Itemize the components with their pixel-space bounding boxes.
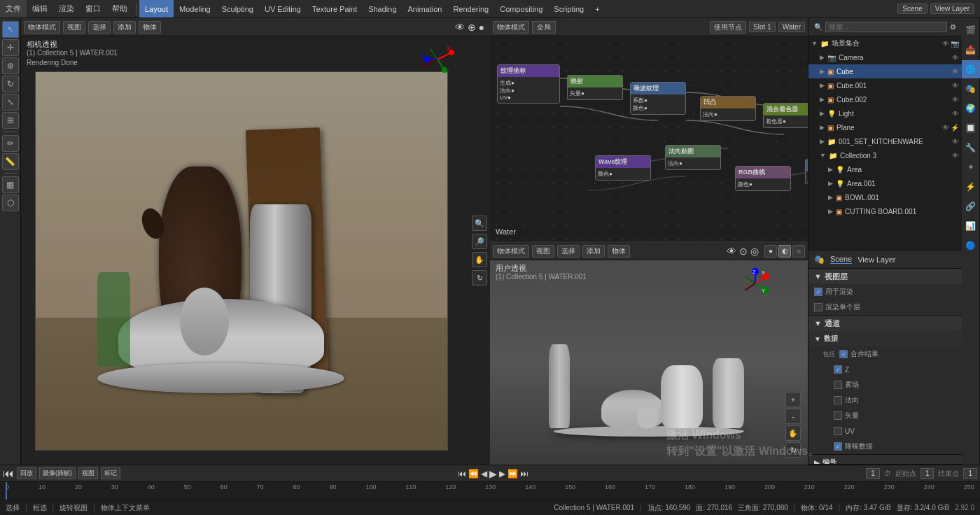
normal-check[interactable]	[834, 396, 842, 404]
next-keyframe-btn[interactable]: ⏩	[507, 469, 518, 479]
vector-check[interactable]	[834, 411, 842, 420]
node-3[interactable]: 噪波纹理 系数●颜色●	[630, 82, 686, 115]
workspace-compositing[interactable]: Compositing	[494, 0, 548, 17]
camera-select-btn[interactable]: 选择	[88, 21, 111, 34]
tab-world[interactable]: 🌍	[962, 99, 980, 118]
node-slot-btn[interactable]: Slot 1	[749, 22, 776, 32]
timeline-marker-btn[interactable]: 标记	[101, 467, 120, 479]
gizmo-3d[interactable]: X Y Z	[420, 42, 455, 77]
outliner-cube002[interactable]: ▶ ▣ Cube.002 👁	[808, 92, 962, 106]
passes-header[interactable]: ▼ 通道	[808, 316, 962, 331]
play-btn[interactable]: ▶	[489, 468, 497, 479]
outliner-scene-root[interactable]: ▼ 📁 场景集合 👁 📷	[808, 36, 962, 50]
tab-constraints[interactable]: 🔗	[962, 197, 980, 216]
node-editor[interactable]: 物体模式 全局 使用节点 Slot 1 Water	[490, 18, 808, 242]
node-5[interactable]: 混合着色器 着色器●	[763, 103, 808, 128]
workspace-shading[interactable]: Shading	[363, 0, 402, 17]
object-data-header[interactable]: ▶ 编号	[808, 455, 962, 464]
tab-material[interactable]: 🔵	[962, 237, 980, 255]
workspace-scripting[interactable]: Scripting	[548, 0, 589, 17]
node-material-btn[interactable]: Water	[778, 22, 805, 32]
outliner-camera[interactable]: ▶ 📷 Camera 👁	[808, 50, 962, 64]
tool-cursor[interactable]: ✛	[2, 39, 19, 56]
view-layer-tab[interactable]: View Layer	[858, 255, 895, 264]
camera-view-btn[interactable]: 视图	[63, 21, 85, 34]
menu-window[interactable]: 窗口	[80, 0, 106, 17]
tool-extra1[interactable]: ▦	[2, 176, 19, 193]
tool-measure[interactable]: 📏	[2, 153, 19, 170]
timeline-ruler[interactable]: 0 10 20 30 40 50 60 70 80 90 100 110 120…	[0, 482, 980, 500]
outliner-bowl001[interactable]: ▶ ▣ BOWL.001	[808, 190, 962, 204]
outliner-search[interactable]	[825, 22, 947, 32]
node-global-btn[interactable]: 全局	[532, 21, 556, 34]
tool-move[interactable]: ⊕	[2, 57, 19, 74]
workspace-add[interactable]: +	[589, 0, 605, 17]
use-for-render-check[interactable]: ✓	[814, 288, 822, 296]
playback-btn[interactable]: 回放	[17, 467, 36, 479]
camera-viewport[interactable]: 相机透视 (1) Collection 5 | WATER.001 Render…	[21, 36, 490, 465]
camera-object-btn[interactable]: 物体	[139, 21, 161, 34]
viewport-view-btn[interactable]: 视图	[532, 245, 554, 258]
timeline-view-btn[interactable]: 视图	[78, 467, 98, 479]
shading-material-btn[interactable]: ◐	[778, 245, 791, 258]
tab-particles[interactable]: ✦	[962, 158, 980, 176]
timeline-menu-btn[interactable]: ⏮	[3, 467, 14, 480]
step-back-btn[interactable]: ◀	[481, 469, 487, 479]
current-frame-value[interactable]: 1	[866, 468, 880, 479]
workspace-sculpting[interactable]: Sculpting	[216, 0, 259, 17]
menu-render[interactable]: 渲染	[53, 0, 80, 17]
data-section-header[interactable]: ▼ 数据	[808, 331, 962, 346]
node-canvas[interactable]: 纹理坐标 生成●法向●UV● 映射 矢量● 噪波纹理 系数●颜色● 凹凸	[490, 36, 808, 241]
timeline-cursor[interactable]	[6, 482, 7, 500]
tab-scene[interactable]: 🎭	[962, 80, 980, 98]
viewport-zoom-out[interactable]: 🔎	[472, 234, 487, 249]
viewport-content[interactable]: 用户透视 (1) Collection 5 | WATER.001	[490, 260, 808, 465]
viewport-gizmo-btn[interactable]: ⊕	[468, 22, 476, 33]
tab-object[interactable]: 🔲	[962, 119, 980, 137]
mist-check[interactable]	[834, 381, 842, 389]
viewport-select-btn[interactable]: 选择	[557, 245, 580, 258]
tool-select[interactable]: ↖	[2, 21, 19, 38]
outliner-area[interactable]: ▶ 💡 Area	[808, 162, 962, 176]
tool-annotate[interactable]: ✏	[2, 135, 19, 152]
shading-rendered-btn[interactable]: ○	[792, 245, 805, 258]
workspace-uv-editing[interactable]: UV Editing	[259, 0, 307, 17]
node-4[interactable]: 凹凸 法向●	[700, 96, 756, 121]
workspace-animation[interactable]: Animation	[402, 0, 448, 17]
denoising-check[interactable]: ✓	[834, 442, 842, 451]
outliner-cube001[interactable]: ▶ ▣ Cube.001 👁	[808, 78, 962, 92]
workspace-modeling[interactable]: Modeling	[174, 0, 216, 17]
viewport-add-btn[interactable]: 添加	[582, 245, 605, 258]
tool-extra2[interactable]: ⬡	[2, 195, 19, 211]
workspace-texture-paint[interactable]: Texture Paint	[307, 0, 363, 17]
uv-check[interactable]	[834, 427, 842, 435]
prev-keyframe-btn[interactable]: ⏪	[468, 469, 479, 479]
tab-view-layer[interactable]: 🌐	[962, 60, 980, 78]
node-10[interactable]: Wave纹理 颜色●	[595, 155, 651, 181]
tab-output[interactable]: 📤	[962, 41, 980, 59]
scene-tab[interactable]: Scene	[830, 255, 852, 264]
outliner-render-icon[interactable]: 📷	[951, 40, 959, 48]
outliner-cube[interactable]: ▶ ▣ Cube 👁	[808, 64, 962, 78]
view-layer-header[interactable]: ▼ 视图层	[808, 269, 962, 284]
viewport-orbit[interactable]: ↻	[472, 270, 487, 285]
combined-check[interactable]: ✓	[839, 350, 848, 358]
node-mode-btn[interactable]: 物体模式	[493, 21, 529, 34]
tab-physics[interactable]: ⚡	[962, 178, 980, 196]
nav-pan[interactable]: ✋	[785, 425, 801, 441]
jump-end-btn[interactable]: ⏭	[520, 469, 528, 479]
workspace-rendering[interactable]: Rendering	[447, 0, 494, 17]
viewport-pan[interactable]: ✋	[472, 252, 487, 267]
shading-solid-btn[interactable]: ●	[764, 245, 777, 258]
scene-icon[interactable]: 🎭	[814, 255, 825, 264]
node-12[interactable]: RGB曲线 颜色●	[735, 166, 791, 191]
viewport-xray-icon[interactable]: ◎	[750, 246, 759, 257]
tab-modifier[interactable]: 🔧	[962, 139, 980, 157]
z-check[interactable]: ✓	[834, 365, 842, 374]
start-frame[interactable]: 1	[920, 468, 934, 479]
menu-help[interactable]: 帮助	[106, 0, 133, 17]
viewport-zoom-in[interactable]: 🔍	[472, 216, 487, 231]
render-single-check[interactable]	[814, 303, 822, 311]
outliner-cutting-board[interactable]: ▶ ▣ CUTTING BOARD.001	[808, 204, 962, 218]
camera-mode-btn[interactable]: 物体模式	[24, 21, 60, 34]
